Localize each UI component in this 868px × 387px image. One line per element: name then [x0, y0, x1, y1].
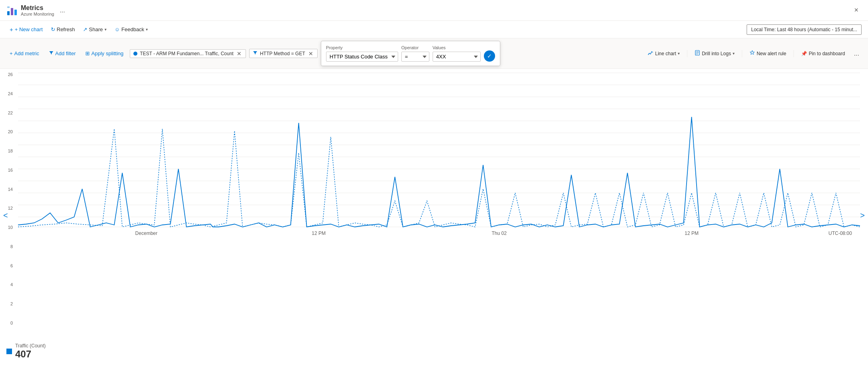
add-filter-icon	[49, 50, 54, 56]
feedback-label: Feedback	[121, 26, 144, 32]
new-alert-rule-label: New alert rule	[757, 51, 786, 56]
filter-operator-group: Operator =	[401, 45, 429, 62]
feedback-button[interactable]: ☺ Feedback ▾	[111, 25, 151, 34]
filter-property-group: Property HTTP Status Code Class	[326, 45, 398, 62]
feedback-chevron-icon: ▾	[146, 27, 148, 32]
operator-select[interactable]: =	[401, 52, 429, 62]
filter-tag-icon	[253, 50, 258, 56]
legend-group: Traffic (Count) 407	[15, 343, 46, 360]
header-left: Metrics Azure Monitoring ...	[6, 4, 68, 16]
y-label-24: 24	[0, 91, 16, 96]
new-alert-rule-button[interactable]: New alert rule	[746, 48, 789, 58]
separator-2	[742, 50, 742, 57]
drill-logs-icon	[695, 50, 700, 57]
main-chart-area: < > 26 24 22 20 18 16 14 12 10 8 6 4 2 0	[0, 69, 868, 361]
filter-bar: + Add metric Add filter ⊞ Apply splittin…	[0, 38, 868, 69]
feedback-icon: ☺	[115, 26, 120, 32]
y-label-16: 16	[0, 168, 16, 172]
drill-into-logs-label: Drill into Logs	[702, 51, 731, 56]
share-label: Share	[89, 26, 103, 32]
refresh-button[interactable]: ↻ Refresh	[48, 25, 79, 34]
chart-more-button[interactable]: ...	[852, 49, 862, 58]
refresh-icon: ↻	[51, 26, 55, 32]
y-label-2: 2	[0, 301, 16, 306]
header: Metrics Azure Monitoring ... ×	[0, 0, 868, 21]
line-chart-icon	[648, 50, 653, 57]
filter-tag-label: HTTP Method = GET	[260, 51, 305, 56]
chart-svg: December 12 PM Thu 02 12 PM UTC-08:00	[18, 69, 860, 237]
close-button[interactable]: ×	[851, 4, 862, 16]
separator-1	[687, 50, 687, 57]
refresh-label: Refresh	[57, 26, 75, 32]
main-toolbar: + + New chart ↻ Refresh ↗ Share ▾ ☺ Feed…	[0, 21, 868, 38]
chart-line-solid	[18, 117, 860, 227]
y-label-4: 4	[0, 282, 16, 287]
chart-wrapper: 26 24 22 20 18 16 14 12 10 8 6 4 2 0	[0, 69, 868, 341]
svg-rect-0	[7, 11, 10, 15]
values-label: Values	[433, 45, 481, 50]
new-alert-rule-icon	[749, 50, 755, 57]
share-icon: ↗	[83, 26, 87, 32]
chart-nav-right-button[interactable]: >	[857, 207, 868, 223]
time-range-label: Local Time: Last 48 hours (Automatic - 1…	[751, 27, 857, 32]
x-label-december: December	[135, 231, 157, 236]
y-label-22: 22	[0, 110, 16, 115]
app-logo	[6, 5, 18, 16]
metric-tag-close-button[interactable]: ✕	[236, 51, 242, 56]
x-label-12pm-2: 12 PM	[685, 231, 699, 236]
drill-into-logs-button[interactable]: Drill into Logs ▾	[691, 48, 738, 58]
property-select[interactable]: HTTP Status Code Class	[326, 52, 398, 62]
metrics-logo-icon	[6, 5, 18, 16]
app-title: Metrics	[21, 4, 54, 12]
filter-values-group: Values 4XX	[433, 45, 481, 62]
add-metric-icon: +	[10, 50, 13, 56]
y-label-20: 20	[0, 129, 16, 134]
line-chart-button[interactable]: Line chart ▾	[644, 48, 683, 58]
metric-tag[interactable]: TEST - ARM PM Fundamen... Traffic, Count…	[130, 49, 246, 58]
y-label-26: 26	[0, 72, 16, 77]
y-label-14: 14	[0, 187, 16, 192]
y-label-6: 6	[0, 263, 16, 268]
svg-rect-1	[11, 8, 13, 15]
pin-to-dashboard-button[interactable]: 📌 Pin to dashboard	[798, 49, 848, 58]
y-label-10: 10	[0, 225, 16, 230]
app-subtitle: Azure Monitoring	[21, 12, 54, 16]
header-more-button[interactable]: ...	[57, 6, 67, 15]
filter-popup: Property HTTP Status Code Class Operator…	[321, 41, 500, 66]
share-button[interactable]: ↗ Share ▾	[80, 25, 110, 34]
time-range-button[interactable]: Local Time: Last 48 hours (Automatic - 1…	[747, 24, 862, 35]
apply-splitting-button[interactable]: ⊞ Apply splitting	[82, 49, 127, 58]
y-axis: 26 24 22 20 18 16 14 12 10 8 6 4 2 0	[0, 69, 17, 329]
chart-nav-left-button[interactable]: <	[0, 207, 11, 223]
chart-line-dotted	[18, 129, 860, 227]
filter-tag-close-button[interactable]: ✕	[308, 51, 314, 56]
toolbar-right: Local Time: Last 48 hours (Automatic - 1…	[747, 24, 862, 35]
share-chevron-icon: ▾	[105, 27, 107, 32]
pin-icon: 📌	[801, 51, 807, 56]
new-chart-label: + New chart	[15, 26, 43, 32]
drill-logs-chevron-icon: ▾	[733, 51, 735, 56]
add-metric-label: Add metric	[14, 50, 39, 56]
line-chart-chevron-icon: ▾	[678, 51, 680, 56]
values-select[interactable]: 4XX	[433, 52, 481, 62]
add-metric-button[interactable]: + Add metric	[6, 49, 42, 58]
property-label: Property	[326, 45, 398, 50]
new-chart-icon: +	[10, 26, 13, 33]
svg-rect-3	[7, 6, 10, 8]
legend-label: Traffic (Count)	[15, 343, 46, 349]
separator-3	[793, 50, 794, 57]
chart-controls: Line chart ▾ Drill into Logs ▾ New alert…	[644, 48, 862, 58]
apply-splitting-label: Apply splitting	[91, 50, 123, 56]
operator-label: Operator	[401, 45, 429, 50]
add-filter-button[interactable]: Add filter	[46, 49, 79, 58]
filter-tag[interactable]: HTTP Method = GET ✕	[249, 49, 318, 58]
filter-confirm-button[interactable]: ✓	[484, 50, 495, 62]
metric-tag-label: TEST - ARM PM Fundamen... Traffic, Count	[140, 51, 234, 56]
svg-rect-2	[14, 10, 17, 15]
x-label-thu02: Thu 02	[491, 231, 507, 236]
app-title-group: Metrics Azure Monitoring	[21, 4, 54, 16]
pin-to-dashboard-label: Pin to dashboard	[809, 51, 845, 56]
new-chart-button[interactable]: + + New chart	[6, 24, 46, 34]
y-label-18: 18	[0, 148, 16, 153]
line-chart-label: Line chart	[655, 51, 676, 56]
